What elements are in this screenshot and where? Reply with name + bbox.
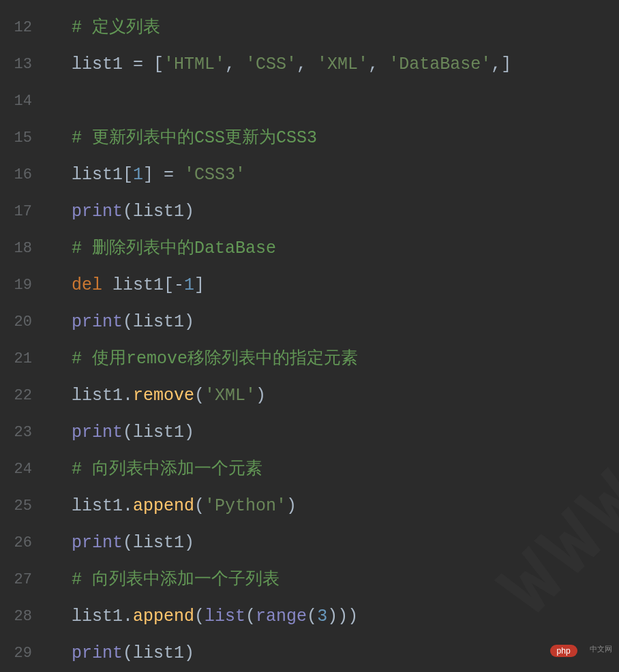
site-logo: php 中文网 — [550, 640, 612, 658]
token-builtin: print — [72, 202, 123, 222]
token-ident: list1 — [133, 312, 184, 332]
code-line[interactable]: # 向列表中添加一个子列表 — [72, 562, 619, 598]
token-punct: ) — [184, 423, 194, 442]
token-keyword: del — [72, 275, 112, 295]
code-line[interactable]: list1[1] = 'CSS3' — [72, 157, 619, 194]
code-line[interactable]: list1 = ['HTML', 'CSS', 'XML', 'DataBase… — [72, 46, 619, 83]
token-punct: [ — [164, 275, 174, 295]
token-string: 'HTML' — [164, 55, 225, 74]
token-punct: ] — [143, 165, 164, 185]
line-number: 20 — [0, 304, 44, 341]
token-punct: , — [225, 55, 245, 74]
token-string: 'XML' — [205, 386, 256, 406]
token-op: = — [164, 165, 184, 185]
code-line[interactable]: list1.append('Python') — [72, 488, 619, 525]
token-punct: ] — [194, 275, 205, 295]
token-punct: [ — [123, 165, 133, 185]
token-punct: , — [368, 55, 389, 74]
line-number: 13 — [0, 46, 44, 83]
token-number: 1 — [184, 275, 194, 295]
code-line[interactable]: list1.remove('XML') — [72, 378, 619, 414]
token-method: append — [133, 607, 194, 626]
code-line[interactable]: # 向列表中添加一个元素 — [72, 451, 619, 488]
line-number: 29 — [0, 635, 44, 672]
line-number: 17 — [0, 194, 44, 230]
token-ident: list1 — [112, 275, 164, 295]
line-number: 18 — [0, 230, 44, 267]
line-number: 22 — [0, 378, 44, 414]
token-ident: list1 — [72, 55, 133, 74]
token-ident: list1 — [133, 533, 184, 553]
token-builtin: range — [256, 607, 307, 626]
token-builtin: print — [72, 423, 123, 442]
token-ident: list1 — [133, 202, 184, 222]
token-string: 'CSS' — [245, 55, 297, 74]
token-string: 'CSS3' — [184, 165, 245, 185]
logo-badge: php — [550, 645, 577, 657]
token-op: = — [133, 55, 153, 74]
code-line[interactable]: print(list1) — [72, 525, 619, 562]
code-line[interactable]: print(list1) — [72, 414, 619, 451]
code-line[interactable]: # 删除列表中的DataBase — [72, 230, 619, 267]
token-comment: # 向列表中添加一个子列表 — [72, 570, 280, 590]
token-builtin: list — [205, 607, 245, 626]
code-line[interactable]: # 定义列表 — [72, 10, 619, 46]
code-line[interactable]: print(list1) — [72, 635, 619, 672]
code-line[interactable]: print(list1) — [72, 304, 619, 341]
token-punct: ( — [307, 607, 317, 626]
token-punct: ) — [184, 312, 194, 332]
token-ident: list1 — [72, 496, 123, 516]
token-ident: list1 — [133, 423, 184, 442]
logo-label: 中文网 — [590, 644, 612, 654]
code-line[interactable]: print(list1) — [72, 194, 619, 230]
line-number: 14 — [0, 83, 44, 120]
code-line[interactable]: # 更新列表中的CSS更新为CSS3 — [72, 120, 619, 157]
token-punct: ) — [286, 496, 297, 516]
token-string: 'XML' — [317, 55, 368, 74]
token-punct: ))) — [327, 607, 358, 626]
line-number: 16 — [0, 157, 44, 194]
code-line[interactable]: list1.append(list(range(3))) — [72, 598, 619, 635]
line-number-gutter: 121314151617181920212223242526272829 — [0, 0, 44, 672]
code-line[interactable] — [72, 83, 619, 120]
code-line[interactable]: del list1[-1] — [72, 267, 619, 304]
line-number: 12 — [0, 10, 44, 46]
token-punct: ( — [123, 533, 133, 553]
token-comment: # 更新列表中的CSS更新为CSS3 — [72, 128, 317, 148]
token-comment: # 删除列表中的DataBase — [72, 239, 276, 258]
line-number: 19 — [0, 267, 44, 304]
token-comment: # 使用remove移除列表中的指定元素 — [72, 349, 358, 369]
code-editor[interactable]: 121314151617181920212223242526272829 # 定… — [0, 0, 619, 672]
token-method: remove — [133, 386, 194, 406]
token-punct: ( — [123, 643, 133, 663]
token-number: 3 — [317, 607, 327, 626]
line-number: 26 — [0, 525, 44, 562]
token-punct: ( — [123, 312, 133, 332]
token-string: 'DataBase' — [389, 55, 491, 74]
token-number: 1 — [133, 165, 143, 185]
token-op: - — [174, 275, 184, 295]
token-punct: . — [123, 496, 133, 516]
token-builtin: print — [72, 312, 123, 332]
token-ident: list1 — [72, 165, 123, 185]
token-ident: list1 — [72, 386, 123, 406]
token-punct: , — [297, 55, 317, 74]
token-ident: list1 — [133, 643, 184, 663]
token-punct: ( — [194, 386, 205, 406]
line-number: 27 — [0, 562, 44, 598]
token-punct: . — [123, 386, 133, 406]
token-punct: ( — [194, 496, 205, 516]
token-method: append — [133, 496, 194, 516]
token-punct: ,] — [491, 55, 511, 74]
token-punct: ) — [184, 202, 194, 222]
line-number: 28 — [0, 598, 44, 635]
token-punct: ( — [123, 202, 133, 222]
token-punct: ( — [123, 423, 133, 442]
token-punct: ) — [184, 533, 194, 553]
token-punct: [ — [153, 55, 164, 74]
line-number: 24 — [0, 451, 44, 488]
token-ident: list1 — [72, 607, 123, 626]
code-content-area[interactable]: # 定义列表list1 = ['HTML', 'CSS', 'XML', 'Da… — [44, 0, 619, 672]
code-line[interactable]: # 使用remove移除列表中的指定元素 — [72, 341, 619, 378]
token-punct: . — [123, 607, 133, 626]
